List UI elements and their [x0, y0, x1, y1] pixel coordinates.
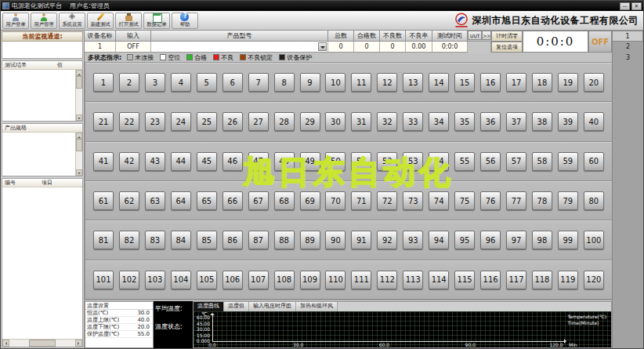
channel-button-107[interactable]: 107	[248, 271, 269, 289]
channel-button-14[interactable]: 14	[429, 73, 449, 92]
data-record-button[interactable]: 数据记录	[143, 13, 170, 29]
channel-button-109[interactable]: 109	[300, 271, 320, 289]
channel-button-41[interactable]: 41	[93, 152, 114, 171]
channel-button-87[interactable]: 87	[248, 231, 269, 249]
channel-button-48[interactable]: 48	[274, 152, 295, 171]
channel-button-2[interactable]: 2	[119, 73, 139, 92]
channel-button-53[interactable]: 53	[403, 152, 423, 171]
channel-button-68[interactable]: 68	[274, 191, 295, 210]
channel-button-23[interactable]: 23	[145, 112, 165, 131]
new-test-button[interactable]: 新建测试	[87, 13, 114, 29]
channel-button-51[interactable]: 51	[351, 152, 371, 171]
channel-button-6[interactable]: 6	[223, 73, 243, 92]
channel-button-43[interactable]: 43	[145, 152, 165, 171]
channel-button-82[interactable]: 82	[119, 231, 139, 249]
channel-button-34[interactable]: 34	[429, 112, 449, 131]
channel-button-100[interactable]: 100	[584, 231, 604, 249]
channel-button-60[interactable]: 60	[584, 152, 604, 171]
scroll-left-button[interactable]	[2, 340, 9, 347]
channel-button-97[interactable]: 97	[506, 231, 526, 249]
channel-button-102[interactable]: 102	[119, 271, 139, 289]
channel-button-74[interactable]: 74	[429, 191, 449, 210]
channel-button-70[interactable]: 70	[325, 191, 346, 210]
channel-button-89[interactable]: 89	[300, 231, 320, 249]
channel-button-38[interactable]: 38	[532, 112, 552, 131]
channel-button-50[interactable]: 50	[325, 152, 346, 171]
channel-button-85[interactable]: 85	[197, 231, 217, 249]
channel-button-65[interactable]: 65	[197, 191, 217, 210]
channel-button-92[interactable]: 92	[377, 231, 397, 249]
channel-button-28[interactable]: 28	[274, 112, 295, 131]
uut-button[interactable]: UUT	[468, 31, 482, 40]
channel-button-59[interactable]: 59	[558, 152, 578, 171]
channel-button-95[interactable]: 95	[454, 231, 475, 249]
channel-button-10[interactable]: 10	[325, 73, 346, 92]
channel-button-30[interactable]: 30	[325, 112, 346, 131]
chart-tab-1[interactable]: 温度值	[224, 302, 249, 311]
channel-button-110[interactable]: 110	[325, 271, 346, 289]
chart-tab-0[interactable]: 温度曲线	[194, 302, 224, 311]
channel-button-118[interactable]: 118	[532, 271, 552, 289]
product-model-select[interactable]	[151, 42, 328, 53]
channel-button-63[interactable]: 63	[145, 191, 165, 210]
channel-button-56[interactable]: 56	[480, 152, 501, 171]
channel-button-98[interactable]: 98	[532, 231, 552, 249]
channel-button-90[interactable]: 90	[325, 231, 346, 249]
channel-button-32[interactable]: 32	[377, 112, 397, 131]
channel-button-106[interactable]: 106	[223, 271, 243, 289]
channel-button-19[interactable]: 19	[558, 73, 578, 92]
channel-button-105[interactable]: 105	[197, 271, 217, 289]
side-tab-1[interactable]: 1	[613, 31, 643, 42]
channel-button-17[interactable]: 17	[506, 73, 526, 92]
chart-tab-3[interactable]: 加热和循环风	[296, 302, 338, 311]
input-value[interactable]: OFF	[116, 42, 151, 53]
channel-button-45[interactable]: 45	[197, 152, 217, 171]
channel-button-79[interactable]: 79	[558, 191, 578, 210]
channel-button-22[interactable]: 22	[119, 112, 139, 131]
channel-button-93[interactable]: 93	[403, 231, 423, 249]
channel-button-115[interactable]: 115	[454, 271, 475, 289]
channel-button-58[interactable]: 58	[532, 152, 552, 171]
channel-button-39[interactable]: 39	[558, 112, 578, 131]
scroll-thumb[interactable]	[76, 139, 82, 151]
minimize-button[interactable]: —	[620, 2, 630, 10]
channel-button-54[interactable]: 54	[429, 152, 449, 171]
channel-button-12[interactable]: 12	[377, 73, 397, 92]
channel-button-7[interactable]: 7	[248, 73, 269, 92]
scroll-up-button[interactable]	[76, 133, 82, 139]
side-tab-2[interactable]: 2	[613, 42, 643, 53]
vertical-scrollbar[interactable]	[75, 133, 82, 176]
channel-button-46[interactable]: 46	[223, 152, 243, 171]
expand-button[interactable]: >>	[482, 31, 491, 40]
channel-button-18[interactable]: 18	[532, 73, 552, 92]
channel-button-119[interactable]: 119	[558, 271, 578, 289]
user-login-button[interactable]: 用户登录	[2, 13, 29, 29]
channel-button-36[interactable]: 36	[480, 112, 501, 131]
scroll-down-button[interactable]	[76, 115, 82, 121]
channel-button-117[interactable]: 117	[506, 271, 526, 289]
channel-button-42[interactable]: 42	[119, 152, 139, 171]
reset-option-button[interactable]: 复位选项	[491, 42, 523, 53]
channel-button-25[interactable]: 25	[197, 112, 217, 131]
channel-button-76[interactable]: 76	[480, 191, 501, 210]
channel-button-20[interactable]: 20	[584, 73, 604, 92]
channel-button-5[interactable]: 5	[197, 73, 217, 92]
channel-button-44[interactable]: 44	[171, 152, 191, 171]
channel-button-29[interactable]: 29	[300, 112, 320, 131]
channel-button-91[interactable]: 91	[351, 231, 371, 249]
channel-button-80[interactable]: 80	[584, 191, 604, 210]
channel-button-116[interactable]: 116	[480, 271, 501, 289]
channel-button-96[interactable]: 96	[480, 231, 501, 249]
channel-button-11[interactable]: 11	[351, 73, 371, 92]
user-manage-button[interactable]: 用户管理	[31, 13, 57, 29]
channel-button-40[interactable]: 40	[584, 112, 604, 131]
power-button[interactable]: OFF	[588, 31, 612, 53]
channel-button-31[interactable]: 31	[351, 112, 371, 131]
channel-button-33[interactable]: 33	[403, 112, 423, 131]
channel-button-73[interactable]: 73	[403, 191, 423, 210]
channel-button-16[interactable]: 16	[480, 73, 501, 92]
scroll-thumb[interactable]	[76, 76, 82, 89]
channel-button-112[interactable]: 112	[377, 271, 397, 289]
channel-button-52[interactable]: 52	[377, 152, 397, 171]
channel-button-66[interactable]: 66	[223, 191, 243, 210]
